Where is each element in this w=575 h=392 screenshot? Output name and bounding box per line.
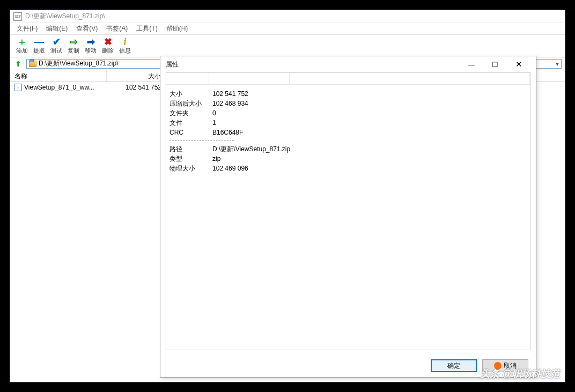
prop-folders: 文件夹 0: [169, 108, 527, 118]
copy-label: 复制: [68, 47, 79, 55]
prop-type: 类型 zip: [169, 154, 527, 164]
prop-physical: 物理大小 102 469 096: [169, 164, 527, 173]
prop-packed-value: 102 468 934: [212, 100, 248, 107]
prop-files: 文件 1: [169, 118, 527, 128]
prop-crc-label: CRC: [169, 129, 212, 136]
prop-path-label: 路径: [169, 145, 212, 154]
file-name: ViewSetup_871_0_ww...: [24, 84, 94, 91]
prop-crc: CRC B16C648F: [169, 128, 527, 137]
up-arrow-icon: ⬆: [15, 60, 21, 68]
dialog-title: 属性: [166, 60, 460, 69]
delete-x-icon: ✖: [102, 37, 113, 47]
move-label: 移动: [85, 47, 97, 55]
window-title: D:\更新\ViewSetup_871.zip\: [25, 12, 105, 21]
dialog-title-bar[interactable]: 属性 — ☐ ✕: [160, 56, 536, 72]
archive-folder-icon: [29, 61, 36, 67]
delete-button[interactable]: ✖ 删除: [99, 37, 116, 55]
dialog-inner-header: [166, 73, 530, 85]
separator: [169, 140, 234, 141]
menu-edit[interactable]: 编辑(E): [43, 23, 71, 34]
column-name[interactable]: 名称: [10, 70, 107, 82]
app-icon: tZ7: [13, 12, 22, 21]
add-button[interactable]: ＋ 添加: [13, 37, 31, 55]
watermark: 头条 @职场科技范: [480, 367, 560, 380]
copy-arrow-icon: ⇨: [68, 37, 79, 47]
extract-button[interactable]: — 提取: [31, 37, 48, 55]
maximize-button[interactable]: ☐: [483, 57, 507, 72]
minimize-button[interactable]: —: [460, 57, 483, 72]
address-dropdown-icon[interactable]: ▾: [556, 60, 559, 68]
column-size[interactable]: 大小: [107, 70, 166, 82]
plus-icon: ＋: [17, 37, 27, 47]
ok-button[interactable]: 确定: [431, 359, 477, 372]
menu-file[interactable]: 文件(F): [13, 23, 41, 34]
file-icon: ▫: [14, 84, 22, 91]
minus-icon: —: [34, 37, 45, 47]
prop-size-value: 102 541 752: [212, 90, 248, 98]
menu-bookmarks[interactable]: 书签(A): [103, 23, 131, 34]
copy-button[interactable]: ⇨ 复制: [65, 37, 82, 55]
info-icon: i: [120, 37, 130, 47]
dialog-body: 大小 102 541 752 压缩后大小 102 468 934 文件夹 0 文…: [166, 72, 530, 350]
up-button[interactable]: ⬆: [13, 59, 23, 69]
add-label: 添加: [16, 47, 28, 55]
prop-path: 路径 D:\更新\ViewSetup_871.zip: [169, 144, 527, 154]
title-bar: tZ7 D:\更新\ViewSetup_871.zip\: [10, 10, 565, 23]
properties-list: 大小 102 541 752 压缩后大小 102 468 934 文件夹 0 文…: [166, 85, 530, 177]
info-button[interactable]: i 信息: [116, 37, 134, 55]
prop-packed-label: 压缩后大小: [169, 99, 212, 108]
menu-tools[interactable]: 工具(T): [133, 23, 160, 34]
file-size: 102 541 752: [107, 84, 166, 91]
menu-view[interactable]: 查看(V): [73, 23, 101, 34]
menu-bar: 文件(F) 编辑(E) 查看(V) 书签(A) 工具(T) 帮助(H): [10, 23, 565, 35]
prop-packed: 压缩后大小 102 468 934: [169, 99, 527, 108]
prop-type-label: 类型: [169, 154, 212, 164]
prop-files-value: 1: [212, 119, 216, 127]
prop-path-value: D:\更新\ViewSetup_871.zip: [212, 145, 290, 154]
prop-folders-value: 0: [212, 109, 216, 117]
prop-size: 大小 102 541 752: [169, 89, 527, 99]
move-button[interactable]: ➡ 移动: [82, 37, 99, 55]
check-icon: ✔: [51, 37, 62, 47]
prop-physical-value: 102 469 096: [212, 165, 248, 172]
close-icon: ✕: [515, 60, 522, 69]
menu-help[interactable]: 帮助(H): [163, 23, 191, 34]
prop-folders-label: 文件夹: [169, 109, 212, 118]
watermark-text: 头条 @职场科技范: [480, 367, 560, 380]
delete-label: 删除: [102, 47, 114, 55]
prop-size-label: 大小: [169, 90, 212, 99]
prop-crc-value: B16C648F: [212, 129, 243, 136]
prop-type-value: zip: [212, 155, 220, 162]
properties-dialog: 属性 — ☐ ✕ 大小 102 541 752 压缩后大小 102 468 93…: [160, 56, 536, 378]
close-button[interactable]: ✕: [507, 57, 530, 72]
info-label: 信息: [119, 47, 131, 55]
prop-physical-label: 物理大小: [169, 164, 212, 173]
move-arrow-icon: ➡: [85, 37, 96, 47]
minimize-icon: —: [468, 61, 475, 69]
maximize-icon: ☐: [492, 61, 498, 69]
dialog-button-row: 确定 取消: [160, 354, 536, 377]
extract-label: 提取: [33, 47, 45, 55]
prop-files-label: 文件: [169, 119, 212, 128]
address-text: D:\更新\ViewSetup_871.zip\: [39, 59, 119, 68]
test-button[interactable]: ✔ 测试: [48, 37, 65, 55]
test-label: 测试: [50, 47, 62, 55]
toolbar: ＋ 添加 — 提取 ✔ 测试 ⇨ 复制 ➡ 移动 ✖ 删除 i 信息: [10, 35, 565, 57]
